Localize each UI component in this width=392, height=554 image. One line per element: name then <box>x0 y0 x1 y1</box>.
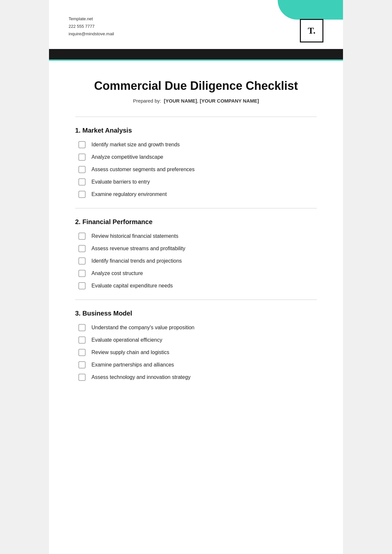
checklist-item-text: Evaluate capital expenditure needs <box>91 282 173 290</box>
list-item: Understand the company's value propositi… <box>78 324 317 332</box>
checkbox[interactable] <box>78 154 86 161</box>
section-2-checklist: Review historical financial statements A… <box>75 232 317 290</box>
section-1-title: 1. Market Analysis <box>75 127 317 134</box>
checkbox[interactable] <box>78 245 86 252</box>
checkbox[interactable] <box>78 166 86 173</box>
checklist-item-text: Examine partnerships and alliances <box>91 361 174 369</box>
list-item: Analyze competitive landscape <box>78 153 317 161</box>
header: Template.net 222 555 7777 inquire@mindst… <box>49 0 343 49</box>
section-market-analysis: 1. Market Analysis Identify market size … <box>75 127 317 198</box>
section-3-checklist: Understand the company's value propositi… <box>75 324 317 381</box>
main-content: Commercial Due Diligence Checklist Prepa… <box>49 59 343 404</box>
section-3-name: Business Model <box>82 310 132 317</box>
list-item: Evaluate capital expenditure needs <box>78 282 317 290</box>
list-item: Evaluate operational efficiency <box>78 336 317 344</box>
section-2-divider <box>75 300 317 300</box>
prepared-name: [YOUR NAME] <box>164 98 197 104</box>
checklist-item-text: Understand the company's value propositi… <box>91 324 194 332</box>
checkbox[interactable] <box>78 141 86 148</box>
comma-separator: , <box>197 98 200 104</box>
checkbox[interactable] <box>78 324 86 331</box>
checkbox[interactable] <box>78 257 86 265</box>
list-item: Evaluate barriers to entry <box>78 178 317 186</box>
checklist-item-text: Assess technology and innovation strateg… <box>91 373 190 381</box>
page: Template.net 222 555 7777 inquire@mindst… <box>49 0 343 554</box>
checkbox[interactable] <box>78 349 86 356</box>
top-divider <box>75 117 317 117</box>
dark-banner <box>49 49 343 59</box>
prepared-by-line: Prepared by: [YOUR NAME], [YOUR COMPANY … <box>75 98 317 104</box>
section-business-model: 3. Business Model Understand the company… <box>75 310 317 381</box>
list-item: Review historical financial statements <box>78 232 317 240</box>
list-item: Identify market size and growth trends <box>78 141 317 149</box>
checkbox[interactable] <box>78 374 86 381</box>
page-title: Commercial Due Diligence Checklist <box>75 79 317 93</box>
checklist-item-text: Identify financial trends and projection… <box>91 257 182 265</box>
list-item: Assess customer segments and preferences <box>78 166 317 173</box>
section-1-divider <box>75 208 317 208</box>
section-1-checklist: Identify market size and growth trends A… <box>75 141 317 198</box>
section-1-number: 1. <box>75 127 82 134</box>
checklist-item-text: Assess customer segments and preferences <box>91 166 195 173</box>
checkbox[interactable] <box>78 361 86 368</box>
list-item: Review supply chain and logistics <box>78 349 317 356</box>
section-financial-performance: 2. Financial Performance Review historic… <box>75 218 317 290</box>
list-item: Assess revenue streams and profitability <box>78 245 317 253</box>
list-item: Examine regulatory environment <box>78 190 317 198</box>
checkbox[interactable] <box>78 191 86 198</box>
section-2-name: Financial Performance <box>82 218 153 225</box>
prepared-company: [YOUR COMPANY NAME] <box>200 98 259 104</box>
contact-phone: 222 555 7777 <box>69 23 114 30</box>
checkbox[interactable] <box>78 233 86 240</box>
list-item: Examine partnerships and alliances <box>78 361 317 369</box>
section-3-title: 3. Business Model <box>75 310 317 317</box>
checkbox[interactable] <box>78 178 86 186</box>
checklist-item-text: Review historical financial statements <box>91 232 178 240</box>
checklist-item-text: Evaluate barriers to entry <box>91 178 150 186</box>
checklist-item-text: Evaluate operational efficiency <box>91 336 162 344</box>
checkbox[interactable] <box>78 270 86 277</box>
checklist-item-text: Analyze cost structure <box>91 269 143 277</box>
contact-company: Template.net <box>69 16 114 23</box>
section-2-number: 2. <box>75 218 82 225</box>
list-item: Identify financial trends and projection… <box>78 257 317 265</box>
checklist-item-text: Analyze competitive landscape <box>91 153 163 161</box>
checkbox[interactable] <box>78 336 86 344</box>
checklist-item-text: Identify market size and growth trends <box>91 141 180 149</box>
checklist-item-text: Review supply chain and logistics <box>91 349 169 356</box>
section-2-title: 2. Financial Performance <box>75 218 317 226</box>
list-item: Assess technology and innovation strateg… <box>78 373 317 381</box>
section-1-name: Market Analysis <box>82 127 132 134</box>
logo-text: T. <box>308 25 316 36</box>
checkbox[interactable] <box>78 282 86 289</box>
logo-box: T. <box>300 19 323 42</box>
list-item: Analyze cost structure <box>78 269 317 277</box>
checklist-item-text: Assess revenue streams and profitability <box>91 245 185 253</box>
checklist-item-text: Examine regulatory environment <box>91 190 167 198</box>
contact-info: Template.net 222 555 7777 inquire@mindst… <box>69 16 114 37</box>
prepared-label: Prepared by: <box>133 98 161 104</box>
section-3-number: 3. <box>75 310 82 317</box>
contact-email: inquire@mindstove.mail <box>69 31 114 38</box>
